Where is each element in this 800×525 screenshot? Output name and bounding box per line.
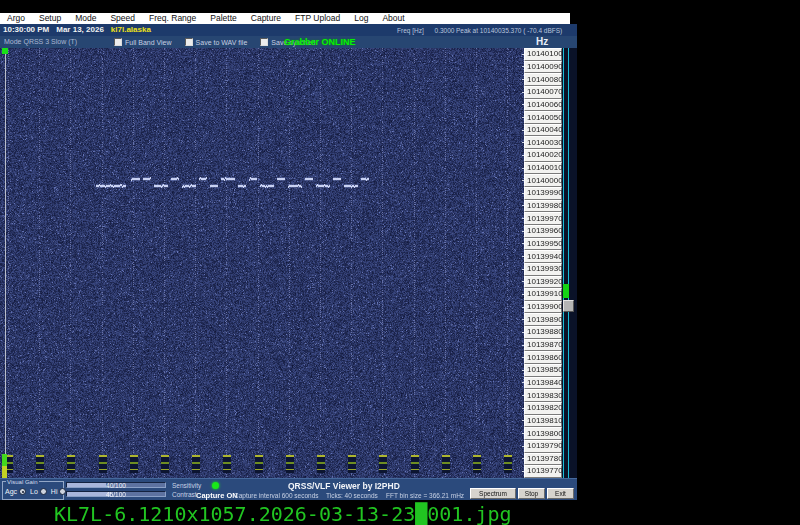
freq-scale-label: 10139920 (524, 276, 562, 289)
slider-row-contrast: 45/100Contrast (66, 491, 201, 497)
slider-row-sensitivity: 40/100Sensitivity (66, 482, 201, 488)
freq-scale-label: 10139930 (524, 263, 562, 276)
argo-window: ArgoSetupModeSpeedFreq. RangePaletteCapt… (0, 13, 577, 500)
freq-scale-label: 10139950 (524, 238, 562, 251)
freq-scale-label: 10140080 (524, 73, 562, 86)
exit-button[interactable]: Exit (547, 488, 574, 499)
freq-scale-label: 10139990 (524, 187, 562, 200)
radio-label: Agc (5, 488, 17, 495)
checkbox-label: Full Band View (125, 39, 172, 46)
grabber-status: Grabber ONLINE (284, 37, 356, 47)
filename-bar: KL7L-6.1210x1057.2026-03-13-23█001.jpg (0, 500, 800, 525)
menu-item-freq-range[interactable]: Freq. Range (142, 13, 203, 24)
stop-button[interactable]: Stop (518, 488, 545, 499)
app-title: QRSS/VLF Viewer by I2PHD (288, 481, 400, 491)
menu-item-setup[interactable]: Setup (32, 13, 68, 24)
menu-item-ftp-upload[interactable]: FTP Upload (288, 13, 347, 24)
capture-interval-label: Capture interval 600 seconds (234, 492, 319, 499)
slider-value: 40/100 (67, 482, 165, 489)
bottom-control-panel: Visual Gain AgcLoHi 40/100Sensitivity45/… (0, 478, 577, 500)
freq-scale-label: 10139810 (524, 415, 562, 428)
freq-readout: Freq [Hz] 0.3000 (397, 27, 454, 34)
status-bar: 10:30:00 PM Mar 13, 2026 kl7l.alaska Fre… (0, 24, 577, 36)
freq-scale-label: 10139960 (524, 225, 562, 238)
date-display: Mar 13, 2026 (56, 25, 104, 34)
radio-option-agc[interactable]: Agc (5, 488, 26, 495)
screen: { "menu": { "items": ["Argo", "Setup", "… (0, 0, 800, 525)
checkbox-full-band-view[interactable] (114, 38, 122, 46)
slider-contrast[interactable]: 45/100 (66, 491, 166, 497)
freq-scale-label: 10139890 (524, 313, 562, 326)
radio-label: Hi (51, 488, 58, 495)
hz-unit-label: Hz (536, 36, 548, 47)
fft-bin-label: FFT bin size = 366.21 mHz (386, 492, 464, 499)
freq-scale-label: 10139870 (524, 339, 562, 352)
checkbox-item-save-to-wav-file: Save to WAV file (185, 38, 248, 46)
visual-gain-radios: AgcLoHi (5, 488, 66, 495)
freq-scale-label: 10139940 (524, 250, 562, 263)
ticks-label: Ticks: 40 seconds (326, 492, 378, 499)
capture-led-icon (212, 482, 219, 489)
freq-scale-label: 10140060 (524, 99, 562, 112)
waterfall-area: 1014010010140090101400801014007010140060… (0, 48, 577, 478)
freq-scale-label: 10140040 (524, 124, 562, 137)
contrast-label: Contrast (172, 491, 197, 498)
frequency-scale[interactable]: 1014010010140090101400801014007010140060… (524, 48, 562, 478)
radio-circle-icon[interactable] (40, 488, 47, 495)
freq-scale-label: 10139800 (524, 427, 562, 440)
spectrum-button[interactable]: Spectrum (470, 488, 516, 499)
slider-sensitivity[interactable]: 40/100 (66, 482, 166, 488)
freq-scale-label: 10139970 (524, 212, 562, 225)
menu-item-argo[interactable]: Argo (0, 13, 32, 24)
mode-indicator: Mode QRSS 3 Slow (T) (4, 38, 77, 45)
menu-item-log[interactable]: Log (347, 13, 375, 24)
freq-scale-label: 10140090 (524, 61, 562, 74)
freq-readout-label: Freq [Hz] (397, 27, 424, 34)
freq-scale-label: 10139850 (524, 364, 562, 377)
scrollbar-marker (563, 284, 569, 298)
menu-item-capture[interactable]: Capture (244, 13, 288, 24)
visual-gain-title: Visual Gain (6, 479, 39, 485)
freq-scale-label: 10139790 (524, 440, 562, 453)
radio-option-lo[interactable]: Lo (30, 488, 47, 495)
freq-scale-label: 10139780 (524, 453, 562, 466)
freq-scale-label: 10139900 (524, 301, 562, 314)
scrollbar-thumb[interactable] (563, 300, 574, 312)
freq-scale-label: 10139980 (524, 200, 562, 213)
menu-item-mode[interactable]: Mode (68, 13, 103, 24)
radio-circle-icon[interactable] (19, 488, 26, 495)
radio-option-hi[interactable]: Hi (51, 488, 67, 495)
button-row: SpectrumStopExit (470, 488, 574, 499)
checkbox-save-synched[interactable] (260, 38, 268, 46)
freq-scale-label: 10140030 (524, 136, 562, 149)
peak-readout: Peak at 10140035.370 ( -70.4 dBFS) (456, 27, 562, 34)
freq-scale-label: 10139860 (524, 351, 562, 364)
station-label: kl7l.alaska (111, 25, 151, 34)
frequency-scrollbar[interactable] (562, 48, 577, 478)
freq-scale-label: 10139830 (524, 389, 562, 402)
checkbox-label: Save to WAV file (196, 39, 248, 46)
slider-group: 40/100Sensitivity45/100Contrast (66, 482, 201, 497)
checkbox-save-to-wav-file[interactable] (185, 38, 193, 46)
checkbox-item-full-band-view: Full Band View (114, 38, 172, 46)
freq-readout-value: 0.3000 (435, 27, 455, 34)
freq-scale-label: 10139840 (524, 377, 562, 390)
visual-gain-group: Visual Gain AgcLoHi (2, 481, 64, 500)
time-display: 10:30:00 PM (3, 25, 49, 34)
menu-item-palette[interactable]: Palette (203, 13, 243, 24)
freq-scale-label: 10140000 (524, 174, 562, 187)
freq-scale-label: 10140010 (524, 162, 562, 175)
capture-filename: KL7L-6.1210x1057.2026-03-13-23█001.jpg (54, 502, 512, 525)
capture-status: Capture ON (196, 491, 238, 500)
waterfall-display (0, 48, 524, 478)
menu-item-speed[interactable]: Speed (103, 13, 142, 24)
menu-item-about[interactable]: About (375, 13, 411, 24)
freq-scale-label: 10140100 (524, 48, 562, 61)
freq-scale-label: 10139880 (524, 326, 562, 339)
sensitivity-label: Sensitivity (172, 482, 201, 489)
mode-bar: Mode QRSS 3 Slow (T) Full Band ViewSave … (0, 36, 577, 48)
slider-value: 45/100 (67, 491, 165, 498)
freq-scale-label: 10139770 (524, 465, 562, 478)
menu-bar: ArgoSetupModeSpeedFreq. RangePaletteCapt… (0, 13, 570, 24)
freq-scale-label: 10140070 (524, 86, 562, 99)
